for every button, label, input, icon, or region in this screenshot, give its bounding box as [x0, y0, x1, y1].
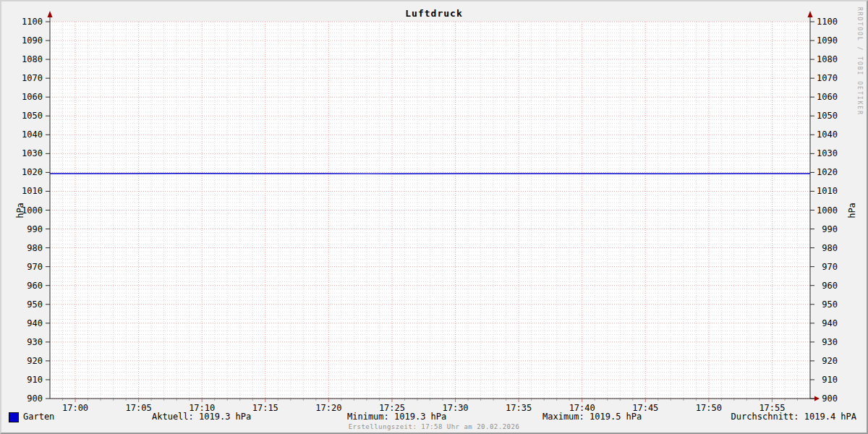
y-tick-label: 1010 — [22, 186, 43, 196]
stat-maximum: Maximum: 1019.5 hPa — [542, 412, 642, 422]
y-tick-label: 1040 — [817, 129, 838, 140]
y-tick-label: 1100 — [817, 17, 838, 27]
y-tick-label: 1090 — [22, 35, 43, 46]
y-tick-label: 1040 — [22, 129, 43, 140]
y-tick-label: 970 — [27, 262, 43, 272]
stat-durchschnitt: Durchschnitt: 1019.4 hPA — [731, 412, 856, 422]
y-tick-label: 950 — [27, 299, 43, 310]
y-tick-label: 940 — [822, 318, 838, 328]
y-tick-label: 1050 — [22, 111, 43, 121]
y-tick-label: 1030 — [22, 148, 43, 158]
y-tick-label: 970 — [822, 262, 838, 272]
y-tick-label: 1010 — [817, 186, 838, 196]
y-tick-label: 1050 — [817, 111, 838, 121]
y-tick-label: 990 — [822, 224, 838, 234]
y-tick-label: 960 — [822, 281, 838, 291]
rrdtool-graph: Luftdruck hPa hPa 9009009109109209209309… — [0, 0, 868, 434]
y-tick-label: 1020 — [22, 167, 43, 177]
stat-minimum: Minimum: 1019.3 hPa — [347, 412, 446, 422]
y-tick-label: 1000 — [817, 205, 838, 216]
legend-swatch-garten — [9, 412, 19, 422]
x-axis-ticks — [63, 399, 798, 402]
series-line-garten — [50, 174, 810, 174]
up-arrow-icon — [48, 11, 53, 17]
y-tick-label: 900 — [822, 393, 838, 404]
y-tick-label: 1070 — [22, 73, 43, 83]
y-tick-label: 1060 — [22, 92, 43, 102]
y-tick-label: 1030 — [817, 148, 838, 158]
y-tick-label: 920 — [27, 356, 43, 366]
y-tick-label: 990 — [27, 224, 43, 234]
y-tick-label: 900 — [27, 393, 43, 404]
y-tick-label: 930 — [822, 337, 838, 347]
y-tick-label: 1020 — [817, 167, 838, 177]
y-tick-label: 960 — [27, 281, 43, 291]
y-tick-label: 940 — [27, 318, 43, 328]
creation-time: Erstellungszeit: 17:58 Uhr am 20.02.2026 — [1, 423, 867, 430]
y-tick-label: 980 — [822, 243, 838, 253]
up-arrow-icon — [808, 11, 813, 17]
y-tick-label: 1100 — [22, 17, 43, 27]
y-tick-label: 920 — [822, 356, 838, 366]
legend-series-label: Garten — [23, 412, 54, 422]
y-tick-label: 980 — [27, 243, 43, 253]
y-tick-label: 1070 — [817, 73, 838, 83]
right-arrow-icon — [814, 396, 820, 401]
y-tick-label: 910 — [822, 375, 838, 385]
y-tick-label: 1080 — [817, 54, 838, 64]
y-tick-label: 1090 — [817, 35, 838, 46]
stat-aktuell: Aktuell: 1019.3 hPa — [152, 412, 251, 422]
y-tick-label: 1000 — [22, 205, 43, 216]
y-tick-label: 930 — [27, 337, 43, 347]
y-tick-label: 950 — [822, 299, 838, 310]
plot-area: 9009009109109209209309309409409509509609… — [1, 1, 868, 434]
rrdtool-watermark: RRDTOOL / TOBI OETIKER — [856, 7, 863, 116]
y-tick-label: 1060 — [817, 92, 838, 102]
y-tick-label: 1080 — [22, 54, 43, 64]
y-tick-label: 910 — [27, 375, 43, 385]
legend-row: Garten Aktuell: 1019.3 hPa Minimum: 1019… — [1, 412, 867, 423]
